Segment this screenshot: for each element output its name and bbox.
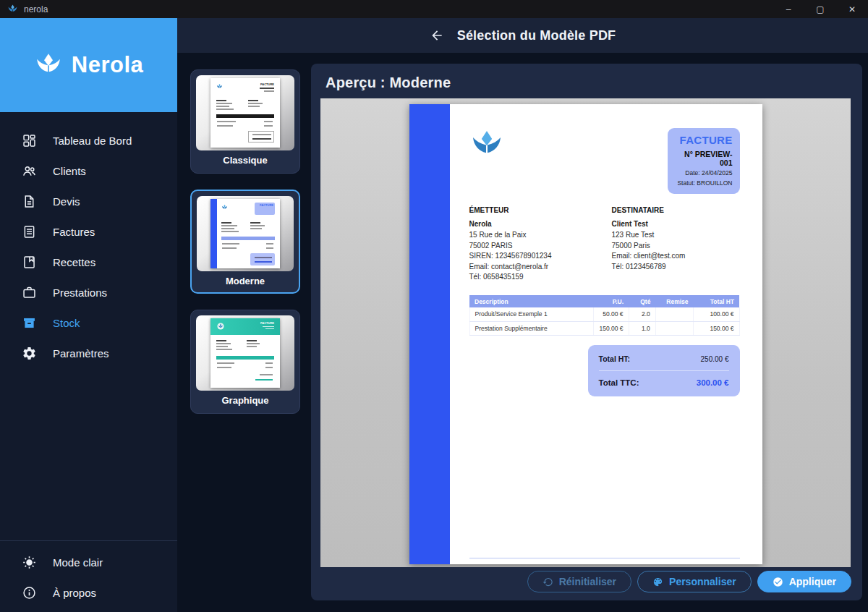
col-total-ht: Total HT	[694, 295, 739, 307]
cell: 50.00 €	[594, 307, 629, 321]
document-icon	[22, 194, 37, 209]
customize-label: Personnaliser	[669, 576, 736, 587]
sidebar-item-clients[interactable]: Clients	[0, 156, 177, 186]
app-logo-icon	[7, 4, 18, 14]
sender-line: 75002 PARIS	[469, 241, 607, 252]
template-card-moderne[interactable]: FACTURE Moderne	[190, 190, 300, 294]
light-mode-label: Mode clair	[53, 556, 103, 569]
total-ht-label: Total HT:	[599, 354, 631, 363]
clients-icon	[22, 163, 37, 179]
back-arrow-icon[interactable]	[430, 28, 444, 43]
maximize-button[interactable]: ▢	[804, 0, 836, 18]
template-thumbnail-classique: FACTURE	[196, 75, 294, 150]
cell: Produit/Service Exemple 1	[469, 307, 594, 321]
sender-line: Email: contact@nerola.fr	[469, 262, 607, 273]
col-pu: P.U.	[594, 295, 629, 307]
sidebar-item-label: Clients	[53, 165, 86, 177]
template-label-graphique: Graphique	[196, 395, 294, 406]
preview-title: Aperçu : Moderne	[311, 64, 862, 91]
invoice-page: FACTURE N° PREVIEW-001 Date: 24/04/2025 …	[409, 104, 762, 564]
customize-button[interactable]: Personnaliser	[637, 571, 752, 592]
about-label: À propos	[53, 587, 96, 599]
sender-line: SIREN: 12345678901234	[469, 251, 607, 262]
total-ttc-value: 300.00 €	[697, 378, 729, 387]
recipient-block: DESTINATAIRE Client Test 123 Rue Test 75…	[612, 206, 749, 272]
cell: Prestation Supplémentaire	[469, 321, 594, 335]
restore-icon	[542, 577, 553, 587]
totals-box: Total HT: 250.00 € Total TTC: 300.00 €	[588, 345, 740, 396]
invoice-status: Statut: BROUILLON	[675, 179, 733, 187]
brand-name: Nerola	[72, 52, 143, 78]
titlebar: nerola – ▢ ✕	[0, 0, 868, 18]
palette-icon	[652, 577, 663, 587]
sidebar-item-label: Recettes	[53, 256, 95, 268]
about-item[interactable]: À propos	[0, 577, 177, 608]
total-ttc-label: Total TTC:	[599, 378, 639, 387]
template-thumbnail-moderne: FACTURE	[197, 196, 294, 271]
sidebar-item-tableau-de-bord[interactable]: Tableau de Bord	[0, 125, 177, 156]
invoice-logo-icon	[469, 127, 504, 162]
template-label-classique: Classique	[196, 155, 294, 166]
stock-box-icon	[22, 315, 37, 331]
cell	[655, 321, 693, 335]
cell: 1.0	[629, 321, 655, 335]
light-mode-toggle[interactable]: Mode clair	[0, 547, 177, 577]
sidebar-item-devis[interactable]: Devis	[0, 186, 177, 216]
sidebar-item-recettes[interactable]: Recettes	[0, 247, 177, 277]
preview-panel: Aperçu : Moderne FACTURE N° PREVIEW-001 …	[311, 64, 862, 600]
sidebar-item-label: Prestations	[53, 286, 107, 299]
book-bookmark-icon	[22, 255, 37, 270]
receipt-icon	[22, 224, 37, 239]
apply-button[interactable]: Appliquer	[757, 571, 851, 592]
brand-header: Nerola	[0, 18, 177, 112]
sender-name: Nerola	[469, 220, 607, 228]
invoice-items-table: Description P.U. Qté Remise Total HT Pro…	[469, 295, 740, 336]
col-remise: Remise	[655, 295, 693, 307]
info-icon	[22, 585, 37, 600]
sidebar-item-stock[interactable]: Stock	[0, 307, 177, 338]
close-button[interactable]: ✕	[836, 0, 868, 18]
sidebar-nav: Tableau de Bord Clients Devis Factures	[0, 112, 177, 368]
template-card-classique[interactable]: FACTURE Classique	[190, 69, 300, 174]
recipient-line: Tél: 0123456789	[612, 262, 749, 273]
template-label-moderne: Moderne	[197, 276, 294, 286]
minimize-button[interactable]: –	[773, 0, 804, 18]
sidebar-item-prestations[interactable]: Prestations	[0, 277, 177, 307]
totals-divider	[599, 370, 729, 371]
action-bar: Réinitialiser Personnaliser Appliquer	[527, 571, 851, 592]
gear-icon	[22, 346, 37, 361]
mini-logo-icon	[221, 204, 228, 211]
sidebar-item-label: Stock	[53, 317, 80, 329]
template-card-graphique[interactable]: FACTURE Graphique	[190, 310, 300, 414]
sidebar-item-factures[interactable]: Factures	[0, 216, 177, 247]
recipient-line: 123 Rue Test	[612, 230, 749, 241]
cell: 2.0	[629, 307, 655, 321]
dashboard-icon	[22, 133, 37, 148]
cell	[655, 307, 693, 321]
sender-heading: ÉMETTEUR	[469, 206, 607, 214]
table-row: Prestation Supplémentaire 150.00 € 1.0 1…	[469, 321, 739, 335]
reset-button[interactable]: Réinitialiser	[527, 571, 631, 592]
mini-logo-icon	[216, 83, 223, 90]
invoice-accent-stripe	[409, 104, 450, 564]
recipient-line: 75000 Paris	[612, 241, 749, 252]
cell: 150.00 €	[594, 321, 629, 335]
sidebar-item-label: Paramètres	[53, 347, 109, 360]
sender-block: ÉMETTEUR Nerola 15 Rue de la Paix 75002 …	[469, 206, 607, 283]
invoice-number: N° PREVIEW-001	[675, 150, 733, 167]
sidebar-item-label: Factures	[53, 226, 95, 238]
apply-label: Appliquer	[789, 576, 836, 587]
sender-line: 15 Rue de la Paix	[469, 230, 607, 241]
total-ht-row: Total HT: 250.00 €	[599, 354, 729, 363]
page-header: Sélection du Modèle PDF	[177, 18, 868, 53]
briefcase-icon	[22, 285, 37, 300]
check-circle-icon	[773, 577, 783, 587]
sidebar-item-parametres[interactable]: Paramètres	[0, 338, 177, 368]
page-title: Sélection du Modèle PDF	[457, 28, 616, 43]
recipient-line: Email: client@test.com	[612, 251, 749, 262]
mini-logo-icon	[217, 323, 224, 330]
pdf-viewer[interactable]: FACTURE N° PREVIEW-001 Date: 24/04/2025 …	[320, 98, 851, 567]
invoice-header-box: FACTURE N° PREVIEW-001 Date: 24/04/2025 …	[668, 128, 740, 194]
sidebar-item-label: Tableau de Bord	[53, 135, 132, 147]
sidebar-footer: Mode clair À propos	[0, 540, 177, 608]
